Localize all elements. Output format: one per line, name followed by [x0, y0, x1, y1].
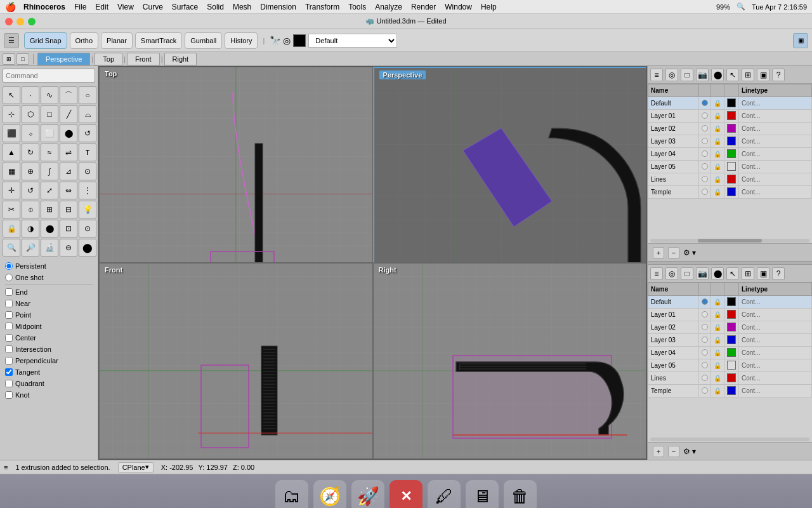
fillet-tool[interactable]: ∫ — [41, 163, 58, 180]
zoom-tool[interactable]: ⊙ — [79, 163, 96, 180]
nurbs-tool[interactable]: ⬦ — [22, 124, 39, 142]
snap-center[interactable]: Center — [5, 332, 93, 344]
layer-settings-btn-1[interactable]: ⚙ ▾ — [683, 248, 696, 257]
snap-one-shot[interactable]: One shot — [5, 272, 93, 283]
mesh-tool[interactable]: ▦ — [3, 163, 20, 180]
close-button[interactable] — [5, 18, 13, 25]
pt-cursor-icon-2[interactable]: ↖ — [726, 267, 739, 280]
tab-right[interactable]: Right — [164, 53, 197, 65]
zoom-window[interactable]: 🔬 — [41, 239, 58, 257]
line-tool[interactable]: ╱ — [60, 105, 77, 123]
layer-row-05-2[interactable]: Layer 05 🔒 Cont... — [648, 359, 812, 372]
pt-question-icon-2[interactable]: ? — [772, 267, 785, 280]
rect-select[interactable]: □ — [41, 105, 58, 123]
layer-row-default-2[interactable]: Default 🔒 Cont... — [648, 296, 812, 309]
pt-question-icon[interactable]: ? — [772, 69, 785, 81]
move-tool[interactable]: ✛ — [3, 182, 20, 199]
dock-safari[interactable]: 🧭 — [313, 480, 346, 509]
layer-row-03-1[interactable]: Layer 03 🔒 Cont... — [648, 135, 812, 148]
dock-trash[interactable]: 🗑 — [504, 480, 537, 509]
color-swatch[interactable] — [293, 34, 306, 47]
viewport-top[interactable]: Top — [99, 67, 373, 263]
freeform-curve[interactable]: ⌒ — [60, 86, 77, 104]
tab-perspective[interactable]: Perspective — [37, 53, 90, 65]
box-tool[interactable]: ⬜ — [41, 124, 58, 142]
menu-render[interactable]: Render — [411, 3, 436, 11]
sidebar-toggle-button[interactable]: ☰ — [4, 33, 19, 48]
circle-tool[interactable]: ○ — [79, 86, 96, 104]
apple-menu[interactable]: 🍎 — [5, 2, 16, 12]
layer-settings-btn-2[interactable]: ⚙ ▾ — [683, 447, 696, 456]
material-tool[interactable]: ⬤ — [41, 220, 58, 237]
end-check[interactable] — [5, 288, 13, 296]
boolean-tool[interactable]: ⊕ — [22, 163, 39, 180]
default-select[interactable]: Default — [308, 34, 397, 48]
menu-mesh[interactable]: Mesh — [233, 3, 251, 11]
snap-quadrant[interactable]: Quadrant — [5, 378, 93, 389]
point-tool[interactable]: · — [22, 86, 39, 104]
revolve-tool[interactable]: ↻ — [22, 144, 39, 161]
smart-track-button[interactable]: SmartTrack — [135, 32, 182, 49]
extrude-tool[interactable]: ▲ — [3, 144, 20, 161]
menu-tools[interactable]: Tools — [348, 3, 366, 11]
layer-row-04-2[interactable]: Layer 04 🔒 Cont... — [648, 347, 812, 359]
scale-tool[interactable]: ⤢ — [41, 182, 58, 199]
midpoint-check[interactable] — [5, 323, 13, 330]
layer-row-01-2[interactable]: Layer 01 🔒 Cont... — [648, 309, 812, 321]
quadrant-check[interactable] — [5, 380, 13, 387]
history-button[interactable]: History — [225, 32, 258, 49]
pt-render-icon[interactable]: ⬤ — [711, 69, 724, 81]
layer-row-lines-2[interactable]: Lines 🔒 Cont... — [648, 372, 812, 385]
lock-tool[interactable]: 🔒 — [3, 220, 20, 237]
menu-window[interactable]: Window — [445, 3, 472, 11]
menu-surface[interactable]: Surface — [172, 3, 198, 11]
trim-tool[interactable]: ✂ — [3, 201, 20, 218]
menu-transform[interactable]: Transform — [305, 3, 339, 11]
layer-row-05-1[interactable]: Layer 05 🔒 Cont... — [648, 161, 812, 173]
snap-intersection[interactable]: Intersection — [5, 344, 93, 355]
snap-tangent[interactable]: Tangent — [5, 366, 93, 378]
tangent-check[interactable] — [5, 368, 13, 376]
add-layer-btn-1[interactable]: + — [653, 247, 664, 258]
viewport-perspective[interactable]: Perspective + — [373, 67, 647, 263]
zoom-extents[interactable]: 🔎 — [22, 239, 39, 257]
command-input[interactable] — [3, 69, 95, 83]
viewport-rect-icon[interactable]: □ — [16, 53, 29, 65]
sweep-tool[interactable]: ≈ — [41, 144, 58, 161]
snap-persistent[interactable]: Persistent — [5, 260, 93, 272]
ortho-button[interactable]: Ortho — [70, 32, 99, 49]
panel-toggle-button[interactable]: ▣ — [793, 33, 808, 48]
tab-front[interactable]: Front — [127, 53, 160, 65]
tab-top[interactable]: Top — [95, 53, 122, 65]
layer-row-03-2[interactable]: Layer 03 🔒 Cont... — [648, 334, 812, 347]
maximize-button[interactable] — [28, 18, 36, 25]
snap-knot[interactable]: Knot — [5, 389, 93, 401]
text-tool[interactable]: T — [79, 144, 96, 161]
layer-color-default-1[interactable] — [724, 97, 739, 110]
dock-pencil[interactable]: 🖊 — [428, 480, 461, 509]
persistent-radio[interactable] — [5, 262, 13, 270]
dock-display[interactable]: 🖥 — [466, 480, 499, 509]
center-check[interactable] — [5, 334, 13, 342]
join-tool[interactable]: ⊞ — [41, 201, 58, 218]
snap-midpoint[interactable]: Midpoint — [5, 321, 93, 332]
one-shot-radio[interactable] — [5, 274, 13, 281]
curve-edit[interactable]: ↺ — [79, 124, 96, 142]
pt-viewport-icon[interactable]: ⊞ — [742, 69, 754, 81]
pt-cursor-icon[interactable]: ↖ — [726, 69, 739, 81]
gumball-button[interactable]: Gumball — [185, 32, 222, 49]
pt-panel-icon[interactable]: ▣ — [757, 69, 769, 81]
pt-camera-icon-2[interactable]: 📷 — [696, 267, 709, 280]
pt-box-icon[interactable]: □ — [681, 69, 693, 81]
group-tool[interactable]: ⊟ — [60, 201, 77, 218]
select-tool[interactable]: ↖ — [3, 86, 20, 104]
render-tool[interactable]: ⊙ — [79, 220, 96, 237]
offset-tool[interactable]: ⊿ — [60, 163, 77, 180]
menu-view[interactable]: View — [117, 3, 134, 11]
search-icon[interactable]: 🔍 — [737, 3, 745, 11]
add-layer-btn-2[interactable]: + — [653, 446, 664, 457]
menu-analyze[interactable]: Analyze — [375, 3, 402, 11]
layer-row-temple-1[interactable]: Temple 🔒 Cont... — [648, 186, 812, 199]
pan-tool[interactable]: 🔍 — [3, 239, 20, 257]
arc-tool[interactable]: ⌓ — [79, 105, 96, 123]
